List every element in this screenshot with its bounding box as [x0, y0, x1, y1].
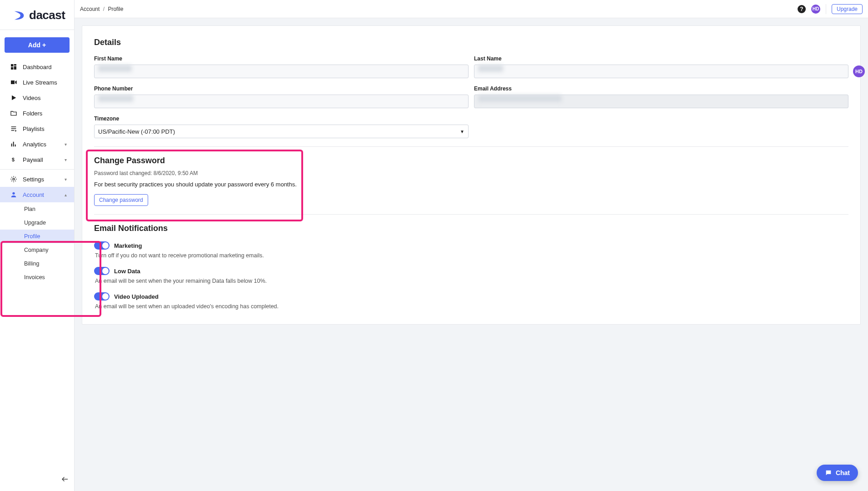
chevron-down-icon: ▾	[65, 177, 67, 182]
toggle-label: Low Data	[114, 268, 140, 275]
divider	[0, 30, 74, 30]
sidebar-item-dashboard[interactable]: Dashboard	[0, 59, 74, 75]
logo-mark-icon	[13, 9, 26, 22]
dollar-icon: $	[10, 156, 17, 163]
user-avatar[interactable]: HD	[811, 5, 820, 14]
svg-rect-1	[14, 64, 16, 65]
toggle-desc: An email will be sent when an uploaded v…	[95, 303, 848, 310]
svg-rect-0	[11, 64, 13, 66]
upgrade-button[interactable]: Upgrade	[832, 4, 863, 14]
sidebar-item-settings[interactable]: Settings ▾	[0, 171, 74, 187]
timezone-value: US/Pacific-New (-07:00 PDT)	[98, 128, 175, 135]
toggle-marketing[interactable]	[94, 241, 110, 250]
chevron-down-icon: ▾	[65, 157, 67, 162]
video-cam-icon	[10, 79, 17, 86]
timezone-select[interactable]: US/Pacific-New (-07:00 PDT) ▼	[94, 125, 469, 138]
nav-label: Analytics	[23, 141, 46, 148]
email-label: Email Address	[474, 85, 848, 92]
sub-item-upgrade[interactable]: Upgrade	[0, 216, 74, 230]
toggle-desc: Turn off if you do not want to receive p…	[95, 252, 848, 259]
phone-input[interactable]: ████ ████	[94, 95, 469, 108]
sub-item-billing[interactable]: Billing	[0, 257, 74, 271]
password-title: Change Password	[94, 156, 848, 165]
chat-icon	[825, 469, 832, 476]
sidebar-item-paywall[interactable]: $ Paywall ▾	[0, 152, 74, 167]
account-submenu: Plan Upgrade Profile Company Billing Inv…	[0, 202, 74, 284]
chat-button[interactable]: Chat	[817, 465, 858, 481]
nav-label: Live Streams	[23, 79, 57, 86]
password-last-changed: Password last changed: 8/6/2020, 9:50 AM	[94, 170, 848, 176]
toggle-label: Video Uploaded	[114, 293, 159, 300]
svg-point-6	[12, 192, 15, 195]
profile-avatar[interactable]: HD	[853, 65, 865, 77]
sidebar-item-playlists[interactable]: Playlists	[0, 121, 74, 136]
divider	[94, 214, 848, 215]
divider	[826, 4, 826, 14]
breadcrumb-item[interactable]: Account	[80, 6, 100, 12]
gear-icon	[10, 175, 17, 183]
sub-item-invoices[interactable]: Invoices	[0, 271, 74, 284]
topbar: Account / Profile ? HD Upgrade	[75, 0, 868, 18]
svg-rect-3	[11, 67, 13, 70]
chevron-down-icon: ▼	[460, 129, 464, 134]
last-name-label: Last Name	[474, 55, 848, 62]
nav-label: Videos	[23, 95, 41, 101]
sidebar: dacast Add + Dashboard Live Streams Vide…	[0, 0, 75, 491]
add-button[interactable]: Add +	[5, 37, 70, 53]
sub-item-plan[interactable]: Plan	[0, 202, 74, 216]
first-name-label: First Name	[94, 55, 469, 62]
bar-chart-icon	[10, 140, 17, 148]
breadcrumb: Account / Profile	[80, 6, 123, 12]
sidebar-item-folders[interactable]: Folders	[0, 105, 74, 121]
nav-label: Dashboard	[23, 64, 52, 70]
first-name-input[interactable]: ████████	[94, 65, 469, 78]
sidebar-item-live-streams[interactable]: Live Streams	[0, 75, 74, 90]
sidebar-item-videos[interactable]: Videos	[0, 90, 74, 105]
breadcrumb-separator: /	[103, 6, 105, 12]
svg-text:$: $	[12, 157, 15, 162]
chat-label: Chat	[836, 469, 850, 476]
toggle-desc: An email will be sent when the your rema…	[95, 278, 848, 284]
divider	[0, 169, 74, 170]
play-icon	[10, 94, 17, 101]
divider	[94, 146, 848, 147]
breadcrumb-item: Profile	[108, 6, 123, 12]
arrow-left-icon	[61, 475, 69, 483]
brand-name: dacast	[29, 8, 65, 22]
chevron-down-icon: ▾	[65, 142, 67, 147]
toggle-video-uploaded[interactable]	[94, 292, 110, 301]
nav-label: Account	[23, 191, 44, 198]
profile-card: Details First Name ████████ Last Name ██…	[82, 25, 861, 325]
brand-logo[interactable]: dacast	[0, 0, 74, 28]
help-icon[interactable]: ?	[798, 5, 806, 13]
dashboard-icon	[10, 63, 17, 70]
details-title: Details	[94, 38, 848, 47]
toggle-low-data[interactable]	[94, 267, 110, 275]
sub-item-company[interactable]: Company	[0, 243, 74, 257]
toggle-label: Marketing	[114, 242, 142, 249]
password-help-text: For best security practices you should u…	[94, 181, 848, 188]
main: Account / Profile ? HD Upgrade Details F…	[75, 0, 868, 491]
playlist-icon	[10, 125, 17, 132]
person-icon	[10, 191, 17, 198]
sidebar-item-account[interactable]: Account ▴	[0, 187, 74, 202]
change-password-button[interactable]: Change password	[94, 194, 148, 206]
svg-point-5	[13, 178, 15, 180]
collapse-sidebar-button[interactable]	[61, 475, 69, 485]
sub-item-profile[interactable]: Profile	[0, 230, 74, 243]
nav-label: Playlists	[23, 125, 45, 132]
phone-label: Phone Number	[94, 85, 469, 92]
content: Details First Name ████████ Last Name ██…	[75, 18, 868, 491]
topbar-right: ? HD Upgrade	[798, 4, 863, 14]
svg-rect-2	[14, 66, 16, 70]
email-input: ████████████████████	[474, 95, 848, 108]
nav-label: Settings	[23, 176, 44, 183]
notifications-title: Email Notifications	[94, 224, 848, 233]
nav-label: Paywall	[23, 156, 43, 163]
folder-icon	[10, 110, 17, 117]
nav-label: Folders	[23, 110, 42, 117]
timezone-label: Timezone	[94, 115, 469, 122]
last-name-input[interactable]: ██████	[474, 65, 848, 78]
sidebar-item-analytics[interactable]: Analytics ▾	[0, 136, 74, 152]
chevron-up-icon: ▴	[65, 192, 67, 197]
